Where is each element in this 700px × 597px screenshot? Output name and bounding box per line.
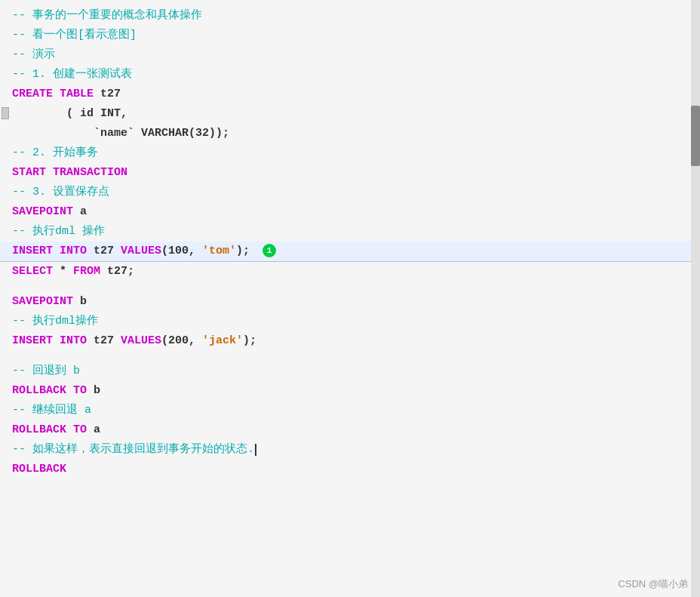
keyword-insert: INSERT INTO <box>12 242 87 261</box>
spacer-2 <box>12 351 700 362</box>
code-line-17: INSERT INTO t27 VALUES (200, 'jack' ); <box>12 331 700 351</box>
keyword-insert: INSERT INTO <box>12 331 87 351</box>
code-line-22: -- 如果这样，表示直接回退到事务开始的状态. <box>12 440 700 460</box>
comment-text: -- 回退到 b <box>12 362 80 381</box>
comment-text: -- 执行dml操作 <box>12 312 98 331</box>
code-line-15: SAVEPOINT b <box>12 292 700 312</box>
keyword-start: START TRANSACTION <box>12 163 127 183</box>
comment-text: -- 执行dml 操作 <box>12 222 105 242</box>
code-text: t27 <box>87 331 121 351</box>
code-text: ); <box>243 331 256 351</box>
fold-icon <box>2 107 9 119</box>
comment-text: -- 事务的一个重要的概念和具体操作 <box>12 6 202 26</box>
keyword-savepoint: SAVEPOINT <box>12 292 73 312</box>
code-line-23: ROLLBACK <box>12 460 700 479</box>
code-line-4: -- 1. 创建一张测试表 <box>12 65 700 85</box>
code-line-20: -- 继续回退 a <box>12 401 700 420</box>
code-editor: -- 事务的一个重要的概念和具体操作 -- 看一个图[看示意图] -- 演示 -… <box>0 0 700 597</box>
code-line-16: -- 执行dml操作 <box>12 312 700 331</box>
text-cursor <box>255 444 256 456</box>
keyword-select: SELECT <box>12 262 53 282</box>
code-line-10: -- 3. 设置保存点 <box>12 183 700 202</box>
code-text: ( id INT, <box>12 104 127 124</box>
string-value: 'jack' <box>202 331 243 351</box>
keyword-savepoint: SAVEPOINT <box>12 202 73 222</box>
code-text: t27; <box>100 262 134 282</box>
code-text: VARCHAR(32)); <box>141 124 229 143</box>
watermark: CSDN @喵小弟 <box>618 577 688 591</box>
code-line-1: -- 事务的一个重要的概念和具体操作 <box>12 6 700 26</box>
scrollbar[interactable] <box>691 0 700 597</box>
rollback-target: a <box>87 420 100 440</box>
keyword-from: FROM <box>73 262 100 282</box>
code-line-8: -- 2. 开始事务 <box>12 143 700 163</box>
code-line-21: ROLLBACK TO a <box>12 420 700 440</box>
code-text: (100, <box>161 242 202 261</box>
rollback-target: b <box>87 381 100 401</box>
code-line-14: SELECT * FROM t27; <box>12 262 700 282</box>
comment-text: -- 2. 开始事务 <box>12 143 98 163</box>
keyword-rollback: ROLLBACK TO <box>12 381 87 401</box>
string-value: 'tom' <box>202 242 236 261</box>
keyword-rollback: ROLLBACK <box>12 460 66 479</box>
keyword-create: CREATE TABLE <box>12 85 94 104</box>
savepoint-name: b <box>73 292 87 312</box>
keyword-rollback: ROLLBACK TO <box>12 420 87 440</box>
scrollbar-thumb[interactable] <box>691 106 700 166</box>
code-text: ); <box>236 242 256 261</box>
code-line-2: -- 看一个图[看示意图] <box>12 26 700 45</box>
comment-text: -- 1. 创建一张测试表 <box>12 65 132 85</box>
keyword-values: VALUES <box>121 242 161 261</box>
comment-text: -- 看一个图[看示意图] <box>12 26 137 45</box>
code-line-18: -- 回退到 b <box>12 362 700 381</box>
code-text: (200, <box>161 331 202 351</box>
comment-text: -- 继续回退 a <box>12 401 91 420</box>
code-line-5: CREATE TABLE t27 <box>12 85 700 104</box>
code-text: t27 <box>87 242 121 261</box>
code-line-6: ( id INT, <box>12 104 700 124</box>
table-name: t27 <box>94 85 121 104</box>
code-line-12: -- 执行dml 操作 <box>12 222 700 242</box>
spacer-1 <box>12 282 700 292</box>
savepoint-name: a <box>73 202 87 222</box>
code-line-13-highlighted: INSERT INTO t27 VALUES (100, 'tom' ); <box>0 242 694 262</box>
code-line-19: ROLLBACK TO b <box>12 381 700 401</box>
line-indicator <box>262 244 276 257</box>
code-text: * <box>53 262 73 282</box>
code-line-11: SAVEPOINT a <box>12 202 700 222</box>
code-line-9: START TRANSACTION <box>12 163 700 183</box>
code-line-3: -- 演示 <box>12 45 700 65</box>
keyword-values: VALUES <box>121 331 161 351</box>
comment-text: -- 3. 设置保存点 <box>12 183 109 202</box>
comment-text: -- 演示 <box>12 45 55 65</box>
comment-text: -- 如果这样，表示直接回退到事务开始的状态. <box>12 440 254 460</box>
code-text: `name` <box>12 124 141 143</box>
code-line-7: `name` VARCHAR(32)); <box>12 124 700 143</box>
